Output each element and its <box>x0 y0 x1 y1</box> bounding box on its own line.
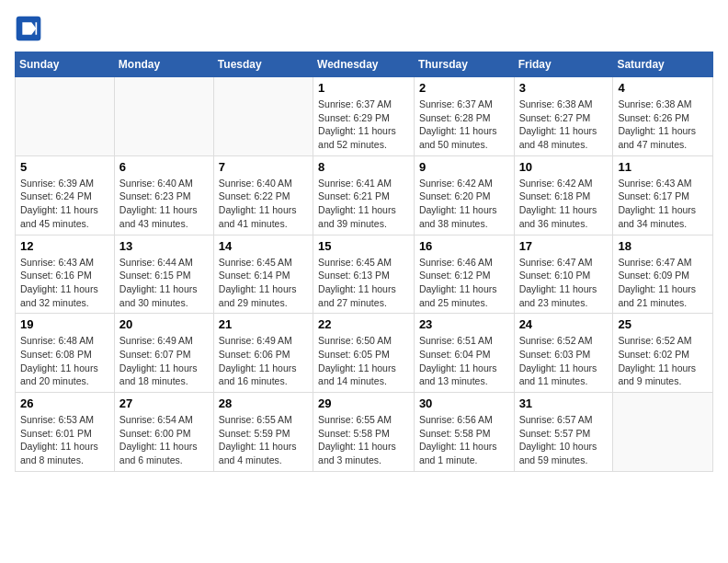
day-number: 28 <box>219 396 308 410</box>
day-detail: Sunrise: 6:55 AM Sunset: 5:58 PM Dayligh… <box>318 413 409 467</box>
page-header <box>15 15 713 42</box>
day-number: 1 <box>318 81 409 95</box>
calendar-day-17: 17Sunrise: 6:47 AM Sunset: 6:10 PM Dayli… <box>514 235 613 314</box>
day-number: 17 <box>519 239 609 253</box>
day-number: 23 <box>419 317 509 331</box>
calendar-table: SundayMondayTuesdayWednesdayThursdayFrid… <box>15 52 713 472</box>
calendar-day-1: 1Sunrise: 6:37 AM Sunset: 6:29 PM Daylig… <box>313 77 415 156</box>
day-number: 14 <box>219 239 308 253</box>
day-detail: Sunrise: 6:38 AM Sunset: 6:26 PM Dayligh… <box>618 98 708 152</box>
weekday-header-monday: Monday <box>114 52 213 77</box>
day-number: 27 <box>119 396 209 410</box>
day-detail: Sunrise: 6:51 AM Sunset: 6:04 PM Dayligh… <box>419 334 509 388</box>
day-detail: Sunrise: 6:40 AM Sunset: 6:23 PM Dayligh… <box>119 177 209 231</box>
weekday-header-sunday: Sunday <box>16 52 115 77</box>
day-number: 18 <box>618 239 708 253</box>
calendar-day-5: 5Sunrise: 6:39 AM Sunset: 6:24 PM Daylig… <box>16 155 115 235</box>
day-number: 15 <box>318 239 409 253</box>
calendar-empty-cell <box>16 77 115 156</box>
day-detail: Sunrise: 6:43 AM Sunset: 6:16 PM Dayligh… <box>20 256 109 310</box>
calendar-day-16: 16Sunrise: 6:46 AM Sunset: 6:12 PM Dayli… <box>414 235 514 314</box>
calendar-day-6: 6Sunrise: 6:40 AM Sunset: 6:23 PM Daylig… <box>114 155 213 235</box>
day-detail: Sunrise: 6:49 AM Sunset: 6:07 PM Dayligh… <box>119 334 209 388</box>
calendar-day-19: 19Sunrise: 6:48 AM Sunset: 6:08 PM Dayli… <box>16 314 115 393</box>
day-number: 11 <box>618 160 708 174</box>
day-detail: Sunrise: 6:48 AM Sunset: 6:08 PM Dayligh… <box>20 334 109 388</box>
day-detail: Sunrise: 6:37 AM Sunset: 6:28 PM Dayligh… <box>419 98 509 152</box>
day-number: 4 <box>618 81 708 95</box>
day-detail: Sunrise: 6:52 AM Sunset: 6:03 PM Dayligh… <box>519 334 609 388</box>
day-detail: Sunrise: 6:55 AM Sunset: 5:59 PM Dayligh… <box>219 413 308 467</box>
weekday-header-tuesday: Tuesday <box>213 52 313 77</box>
day-number: 16 <box>419 239 509 253</box>
calendar-empty-cell <box>613 393 713 472</box>
weekday-header-thursday: Thursday <box>414 52 514 77</box>
calendar-day-13: 13Sunrise: 6:44 AM Sunset: 6:15 PM Dayli… <box>114 235 213 314</box>
day-number: 10 <box>519 160 609 174</box>
calendar-day-14: 14Sunrise: 6:45 AM Sunset: 6:14 PM Dayli… <box>213 235 313 314</box>
day-detail: Sunrise: 6:42 AM Sunset: 6:20 PM Dayligh… <box>419 177 509 231</box>
calendar-day-28: 28Sunrise: 6:55 AM Sunset: 5:59 PM Dayli… <box>213 393 313 472</box>
calendar-day-21: 21Sunrise: 6:49 AM Sunset: 6:06 PM Dayli… <box>213 314 313 393</box>
calendar-empty-cell <box>213 77 313 156</box>
day-detail: Sunrise: 6:40 AM Sunset: 6:22 PM Dayligh… <box>219 177 308 231</box>
day-detail: Sunrise: 6:42 AM Sunset: 6:18 PM Dayligh… <box>519 177 609 231</box>
calendar-day-12: 12Sunrise: 6:43 AM Sunset: 6:16 PM Dayli… <box>16 235 115 314</box>
day-number: 3 <box>519 81 609 95</box>
day-detail: Sunrise: 6:57 AM Sunset: 5:57 PM Dayligh… <box>519 413 609 467</box>
day-number: 21 <box>219 317 308 331</box>
day-number: 9 <box>419 160 509 174</box>
day-detail: Sunrise: 6:49 AM Sunset: 6:06 PM Dayligh… <box>219 334 308 388</box>
calendar-day-2: 2Sunrise: 6:37 AM Sunset: 6:28 PM Daylig… <box>414 77 514 156</box>
day-detail: Sunrise: 6:47 AM Sunset: 6:10 PM Dayligh… <box>519 256 609 310</box>
day-number: 26 <box>20 396 109 410</box>
calendar-day-15: 15Sunrise: 6:45 AM Sunset: 6:13 PM Dayli… <box>313 235 415 314</box>
day-number: 31 <box>519 396 609 410</box>
day-number: 25 <box>618 317 708 331</box>
calendar-week-row: 1Sunrise: 6:37 AM Sunset: 6:29 PM Daylig… <box>16 77 713 156</box>
day-number: 29 <box>318 396 409 410</box>
calendar-day-20: 20Sunrise: 6:49 AM Sunset: 6:07 PM Dayli… <box>114 314 213 393</box>
calendar-day-23: 23Sunrise: 6:51 AM Sunset: 6:04 PM Dayli… <box>414 314 514 393</box>
calendar-day-24: 24Sunrise: 6:52 AM Sunset: 6:03 PM Dayli… <box>514 314 613 393</box>
weekday-header-friday: Friday <box>514 52 613 77</box>
day-number: 20 <box>119 317 209 331</box>
day-detail: Sunrise: 6:43 AM Sunset: 6:17 PM Dayligh… <box>618 177 708 231</box>
day-detail: Sunrise: 6:46 AM Sunset: 6:12 PM Dayligh… <box>419 256 509 310</box>
calendar-day-26: 26Sunrise: 6:53 AM Sunset: 6:01 PM Dayli… <box>16 393 115 472</box>
calendar-day-3: 3Sunrise: 6:38 AM Sunset: 6:27 PM Daylig… <box>514 77 613 156</box>
day-detail: Sunrise: 6:45 AM Sunset: 6:14 PM Dayligh… <box>219 256 308 310</box>
day-number: 12 <box>20 239 109 253</box>
calendar-day-25: 25Sunrise: 6:52 AM Sunset: 6:02 PM Dayli… <box>613 314 713 393</box>
calendar-day-30: 30Sunrise: 6:56 AM Sunset: 5:58 PM Dayli… <box>414 393 514 472</box>
calendar-day-31: 31Sunrise: 6:57 AM Sunset: 5:57 PM Dayli… <box>514 393 613 472</box>
logo-icon <box>15 15 42 42</box>
day-number: 22 <box>318 317 409 331</box>
calendar-day-7: 7Sunrise: 6:40 AM Sunset: 6:22 PM Daylig… <box>213 155 313 235</box>
day-detail: Sunrise: 6:37 AM Sunset: 6:29 PM Dayligh… <box>318 98 409 152</box>
day-detail: Sunrise: 6:45 AM Sunset: 6:13 PM Dayligh… <box>318 256 409 310</box>
calendar-week-row: 5Sunrise: 6:39 AM Sunset: 6:24 PM Daylig… <box>16 155 713 235</box>
logo <box>15 15 46 42</box>
day-number: 7 <box>219 160 308 174</box>
calendar-day-10: 10Sunrise: 6:42 AM Sunset: 6:18 PM Dayli… <box>514 155 613 235</box>
calendar-week-row: 19Sunrise: 6:48 AM Sunset: 6:08 PM Dayli… <box>16 314 713 393</box>
weekday-header-saturday: Saturday <box>613 52 713 77</box>
day-number: 30 <box>419 396 509 410</box>
day-detail: Sunrise: 6:47 AM Sunset: 6:09 PM Dayligh… <box>618 256 708 310</box>
day-number: 24 <box>519 317 609 331</box>
day-detail: Sunrise: 6:41 AM Sunset: 6:21 PM Dayligh… <box>318 177 409 231</box>
day-number: 13 <box>119 239 209 253</box>
calendar-day-4: 4Sunrise: 6:38 AM Sunset: 6:26 PM Daylig… <box>613 77 713 156</box>
day-detail: Sunrise: 6:38 AM Sunset: 6:27 PM Dayligh… <box>519 98 609 152</box>
day-number: 8 <box>318 160 409 174</box>
calendar-day-29: 29Sunrise: 6:55 AM Sunset: 5:58 PM Dayli… <box>313 393 415 472</box>
calendar-empty-cell <box>114 77 213 156</box>
day-number: 19 <box>20 317 109 331</box>
day-number: 6 <box>119 160 209 174</box>
calendar-day-27: 27Sunrise: 6:54 AM Sunset: 6:00 PM Dayli… <box>114 393 213 472</box>
day-detail: Sunrise: 6:53 AM Sunset: 6:01 PM Dayligh… <box>20 413 109 467</box>
calendar-day-11: 11Sunrise: 6:43 AM Sunset: 6:17 PM Dayli… <box>613 155 713 235</box>
calendar-day-9: 9Sunrise: 6:42 AM Sunset: 6:20 PM Daylig… <box>414 155 514 235</box>
calendar-week-row: 26Sunrise: 6:53 AM Sunset: 6:01 PM Dayli… <box>16 393 713 472</box>
